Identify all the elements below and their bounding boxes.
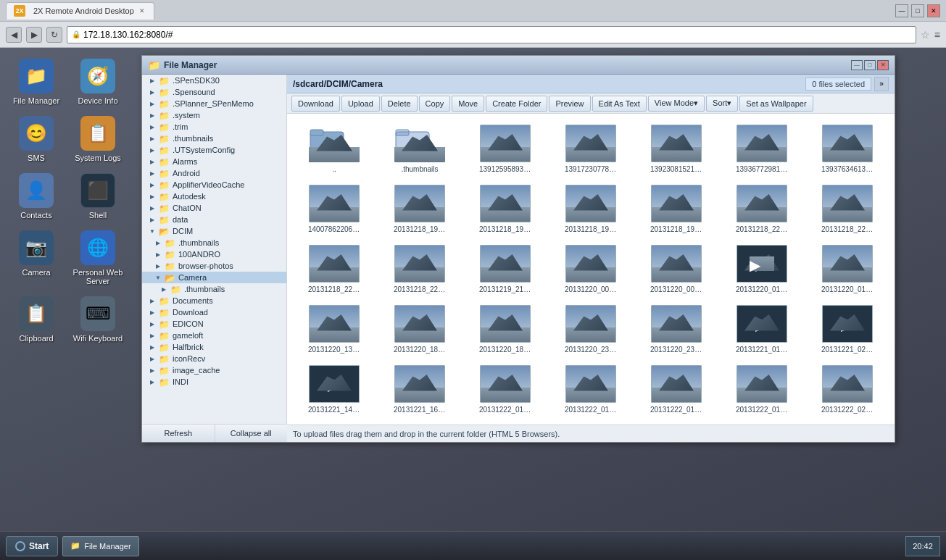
file-item-f5[interactable]: 139376346132... — [806, 120, 889, 177]
taskbar-file-manager[interactable]: 📁 File Manager — [62, 536, 138, 556]
copy-btn[interactable]: Copy — [419, 96, 451, 112]
desktop-icon-sms[interactable]: 😊 SMS — [7, 112, 65, 166]
file-item-f16[interactable]: 20131220_005... — [549, 240, 632, 297]
desktop-icon-personal-web[interactable]: 🌐 Personal Web Server — [69, 227, 127, 289]
file-item-f10[interactable]: 20131218_195... — [635, 180, 718, 237]
tree-toggle-alarms[interactable]: ▶ — [148, 157, 157, 166]
tree-toggle-dcim[interactable]: ▼ — [148, 227, 157, 235]
file-item-f11[interactable]: 20131218_222... — [721, 180, 803, 237]
tree-item-documents[interactable]: ▶ 📁 Documents — [142, 295, 286, 306]
tree-toggle-thumbnails[interactable]: ▶ — [148, 134, 157, 143]
tree-toggle-spenSDK30[interactable]: ▶ — [148, 76, 157, 85]
file-item-f7[interactable]: 20131218_192... — [378, 180, 461, 237]
tree-item-edicon[interactable]: ▶ 📁 EDICON — [142, 318, 286, 330]
tree-item-browser-photos[interactable]: ▶ 📁 browser-photos — [142, 260, 286, 272]
tree-item-system[interactable]: ▶ 📁 .system — [142, 109, 286, 121]
tree-toggle-camera[interactable]: ▼ — [154, 273, 162, 282]
create-folder-btn[interactable]: Create Folder — [486, 96, 547, 112]
move-btn[interactable]: Move — [452, 96, 484, 112]
forward-btn[interactable]: ▶ — [26, 27, 42, 43]
tree-item-thumbnails[interactable]: ▶ 📁 .thumbnails — [142, 133, 286, 144]
desktop-icon-file-manager[interactable]: 📁 File Manager — [7, 55, 65, 109]
tree-item-100andro[interactable]: ▶ 📁 100ANDRO — [142, 248, 286, 260]
tree-item-splanner[interactable]: ▶ 📁 .SPlanner_SPenMemo — [142, 98, 286, 109]
tree-toggle-trim[interactable]: ▶ — [148, 122, 157, 131]
bookmark-icon[interactable]: ☆ — [921, 29, 930, 41]
upload-btn[interactable]: Upload — [341, 96, 380, 112]
file-item-f29[interactable]: 20131222_011... — [464, 360, 547, 417]
desktop-icon-clipboard[interactable]: 📋 Clipboard — [7, 293, 65, 346]
tree-item-dcim[interactable]: ▼ 📂 DCIM — [142, 225, 286, 237]
file-item-f12[interactable]: 20131218_222... — [806, 180, 889, 237]
tree-toggle-splanner[interactable]: ▶ — [148, 99, 157, 108]
tree-item-thumbnails2[interactable]: ▶ 📁 .thumbnails — [142, 237, 286, 248]
tree-toggle-applifier[interactable]: ▶ — [148, 180, 157, 189]
desktop-icon-wifi-keyboard[interactable]: ⌨ Wifi Keyboard — [69, 293, 127, 346]
refresh-btn[interactable]: Refresh — [142, 425, 215, 442]
tree-toggle-halfbrick[interactable]: ▶ — [148, 343, 157, 351]
tree-toggle-image-cache[interactable]: ▶ — [148, 366, 157, 375]
file-item-f31[interactable]: 20131222_011... — [635, 360, 718, 417]
tree-toggle-documents[interactable]: ▶ — [148, 296, 157, 305]
tree-item-spensound[interactable]: ▶ 📁 .Spensound — [142, 86, 286, 98]
file-item-f20[interactable]: 20131220_135... — [293, 300, 376, 357]
tree-item-trim[interactable]: ▶ 📁 .trim — [142, 121, 286, 133]
tree-item-data[interactable]: ▶ 📁 data — [142, 214, 286, 225]
file-item-f33[interactable]: 20131222_022... — [806, 360, 889, 417]
file-item-f22[interactable]: 20131220_185... — [464, 300, 547, 357]
download-btn[interactable]: Download — [291, 96, 340, 112]
file-item-f2[interactable]: 139172307785... — [549, 120, 632, 177]
address-bar[interactable]: 🔒 172.18.130.162:8080/# — [67, 26, 916, 43]
set-as-wallpaper-btn[interactable]: Set as Wallpaper — [739, 96, 813, 112]
tree-item-autodesk[interactable]: ▶ 📁 Autodesk — [142, 191, 286, 202]
tree-toggle-data[interactable]: ▶ — [148, 215, 157, 224]
tree-item-thumbnails3[interactable]: ▶ 📁 .thumbnails — [142, 283, 286, 295]
browser-minimize-btn[interactable]: — — [895, 4, 908, 17]
collapse-all-btn[interactable]: Collapse all — [215, 425, 288, 442]
tree-item-applifier[interactable]: ▶ 📁 ApplifierVideoCache — [142, 179, 286, 191]
tree-toggle-system[interactable]: ▶ — [148, 111, 157, 120]
tree-item-image-cache[interactable]: ▶ 📁 image_cache — [142, 364, 286, 376]
tree-item-android[interactable]: ▶ 📁 Android — [142, 167, 286, 179]
browser-maximize-btn[interactable]: □ — [911, 4, 924, 17]
file-item-f27[interactable]: 20131221_140... — [293, 360, 376, 417]
file-item-f19[interactable]: 20131220_014... — [806, 240, 889, 297]
file-item-thumbnails[interactable]: .thumbnails — [378, 120, 461, 177]
back-btn[interactable]: ◀ — [6, 27, 22, 43]
tree-toggle-android[interactable]: ▶ — [148, 169, 157, 177]
desktop-icon-device-info[interactable]: 🧭 Device Info — [69, 55, 127, 109]
file-item-f23[interactable]: 20131220_230... — [549, 300, 632, 357]
tree-item-alarms[interactable]: ▶ 📁 Alarms — [142, 156, 286, 167]
file-item-f17[interactable]: 20131220_005... — [635, 240, 718, 297]
view-mode-btn[interactable]: View Mode▾ — [648, 96, 705, 112]
browser-close-btn[interactable]: ✕ — [927, 4, 940, 17]
reload-btn[interactable]: ↻ — [46, 27, 62, 43]
delete-btn[interactable]: Delete — [381, 96, 418, 112]
tree-toggle-thumbnails2[interactable]: ▶ — [154, 238, 162, 247]
file-item-f15[interactable]: 20131219_214... — [464, 240, 547, 297]
file-item-f9[interactable]: 20131218_195... — [549, 180, 632, 237]
tree-toggle-download[interactable]: ▶ — [148, 308, 157, 317]
tree-toggle-100andro[interactable]: ▶ — [154, 250, 162, 259]
fm-sidebar[interactable]: ▶ 📁 .SPenSDK30 ▶ 📁 .Spensound ▶ 📁 .SPlan… — [142, 75, 287, 424]
file-item-f28[interactable]: 20131221_161... — [378, 360, 461, 417]
edit-as-text-btn[interactable]: Edit As Text — [592, 96, 647, 112]
tree-item-chaton[interactable]: ▶ 📁 ChatON — [142, 202, 286, 214]
file-item-f24[interactable]: 20131220_234... — [635, 300, 718, 357]
desktop-icon-camera[interactable]: 📷 Camera — [7, 227, 65, 289]
tree-toggle-autodesk[interactable]: ▶ — [148, 192, 157, 201]
fm-minimize-btn[interactable]: — — [851, 60, 863, 70]
fm-files-grid-container[interactable]: .. .. — [287, 114, 895, 425]
tree-toggle-browser-photos[interactable]: ▶ — [154, 262, 162, 270]
file-item-dotdot[interactable]: .. .. — [293, 120, 376, 177]
tree-toggle-spensound[interactable]: ▶ — [148, 88, 157, 96]
tree-item-gameloft[interactable]: ▶ 📁 gameloft — [142, 330, 286, 341]
file-item-f8[interactable]: 20131218_194... — [464, 180, 547, 237]
tree-toggle-utsystemconfig[interactable]: ▶ — [148, 146, 157, 154]
tree-item-indi[interactable]: ▶ 📁 INDI — [142, 376, 286, 388]
file-item-f26[interactable]: 20131221_020... — [806, 300, 889, 357]
start-button[interactable]: Start — [6, 536, 58, 556]
browser-tab[interactable]: 2X 2X Remote Android Desktop ✕ — [6, 2, 154, 20]
file-item-f21[interactable]: 20131220_185... — [378, 300, 461, 357]
file-item-f30[interactable]: 20131222_011... — [549, 360, 632, 417]
